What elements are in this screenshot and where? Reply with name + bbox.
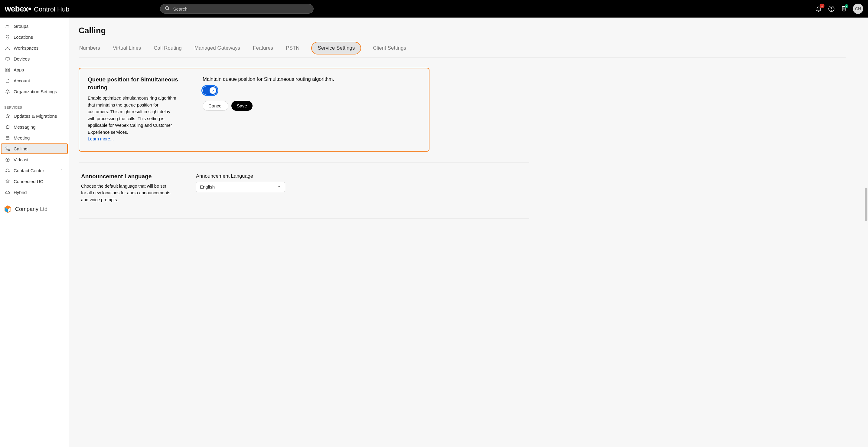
org-switcher[interactable]: Company Ltd <box>0 200 69 218</box>
svg-rect-27 <box>6 171 7 172</box>
svg-marker-26 <box>7 159 8 160</box>
card-description: Enable optimized simultaneous ring algor… <box>88 95 179 142</box>
sidebar-item-label: Contact Center <box>13 168 44 173</box>
company-logo-icon <box>4 205 12 213</box>
sidebar-item-label: Apps <box>13 67 24 72</box>
notification-badge: 1 <box>819 4 825 8</box>
svg-rect-17 <box>6 70 7 72</box>
section-title: Announcement Language <box>81 173 172 180</box>
svg-rect-16 <box>8 68 9 69</box>
check-badge-icon <box>845 4 848 8</box>
page-title: Calling <box>79 26 846 35</box>
company-name: Company Ltd <box>15 206 48 212</box>
users-icon <box>5 24 10 29</box>
sidebar-item-label: Hybrid <box>13 190 27 195</box>
sidebar-item-contact-center[interactable]: Contact Center <box>1 165 68 176</box>
svg-point-9 <box>8 25 9 26</box>
announcement-language-select[interactable]: English <box>196 182 285 192</box>
gear-icon <box>5 89 10 94</box>
svg-rect-28 <box>8 171 9 172</box>
tab-features[interactable]: Features <box>252 42 274 57</box>
sidebar-item-label: Account <box>13 78 30 83</box>
stack-icon <box>5 179 10 184</box>
notifications-button[interactable]: 1 <box>815 5 822 12</box>
brand-mark: webex <box>5 4 31 13</box>
chevron-right-icon <box>60 168 63 173</box>
chat-icon <box>5 125 10 129</box>
queue-position-toggle[interactable] <box>203 86 217 95</box>
sidebar-item-workspaces[interactable]: Workspaces <box>1 43 68 53</box>
svg-point-10 <box>7 36 8 37</box>
user-avatar[interactable]: CH <box>853 4 863 14</box>
sidebar-item-meeting[interactable]: Meeting <box>1 132 68 143</box>
sidebar-item-hybrid[interactable]: Hybrid <box>1 187 68 198</box>
section-divider <box>79 218 529 218</box>
main-scrollbar[interactable] <box>864 18 868 447</box>
svg-point-12 <box>8 47 9 48</box>
sidebar-item-org-settings[interactable]: Organization Settings <box>1 86 68 97</box>
svg-rect-13 <box>6 58 9 60</box>
sidebar-item-label: Connected UC <box>13 179 43 184</box>
learn-more-link[interactable]: Learn more... <box>88 137 114 141</box>
card-title: Queue position for Simultaneous routing <box>88 76 179 91</box>
sidebar-item-groups[interactable]: Groups <box>1 21 68 31</box>
global-search[interactable]: Search <box>160 4 314 13</box>
tab-client-settings[interactable]: Client Settings <box>372 42 407 57</box>
calendar-icon <box>5 136 10 141</box>
settings-tabs: Numbers Virtual Lines Call Routing Manag… <box>79 42 846 58</box>
sidebar-item-label: Devices <box>13 56 30 61</box>
sidebar-item-label: Updates & Migrations <box>13 114 57 119</box>
search-icon <box>164 5 170 12</box>
svg-point-8 <box>6 25 7 26</box>
svg-rect-15 <box>6 68 7 69</box>
help-button[interactable] <box>828 5 835 12</box>
svg-point-19 <box>7 91 8 92</box>
section-divider <box>79 162 529 163</box>
phone-icon <box>5 147 10 151</box>
sidebar-item-locations[interactable]: Locations <box>1 32 68 42</box>
play-icon <box>5 157 10 162</box>
sidebar-item-devices[interactable]: Devices <box>1 54 68 64</box>
scroll-thumb[interactable] <box>865 188 867 221</box>
tab-pstn[interactable]: PSTN <box>285 42 300 57</box>
svg-point-0 <box>165 6 169 10</box>
select-label: Announcement Language <box>196 173 427 179</box>
workspaces-icon <box>5 46 10 51</box>
product-name: Control Hub <box>34 5 69 13</box>
sidebar-item-label: Workspaces <box>13 46 38 51</box>
sidebar-item-label: Groups <box>13 24 28 29</box>
queue-position-card: Queue position for Simultaneous routing … <box>79 68 430 152</box>
header-actions: 1 CH <box>815 4 863 14</box>
announcement-language-section: Announcement Language Choose the default… <box>79 173 430 203</box>
sidebar-item-label: Organization Settings <box>13 89 57 94</box>
sidebar-separator <box>0 100 69 100</box>
sidebar-item-calling[interactable]: Calling <box>1 144 68 154</box>
tab-call-routing[interactable]: Call Routing <box>153 42 182 57</box>
sidebar-item-account[interactable]: Account <box>1 76 68 86</box>
main-content: Calling Numbers Virtual Lines Call Routi… <box>69 18 864 447</box>
sidebar-item-apps[interactable]: Apps <box>1 64 68 75</box>
sidebar-item-vidcast[interactable]: Vidcast <box>1 154 68 165</box>
tab-service-settings[interactable]: Service Settings <box>311 42 361 54</box>
tab-virtual-lines[interactable]: Virtual Lines <box>112 42 142 57</box>
svg-marker-29 <box>6 180 9 182</box>
svg-point-3 <box>831 10 831 10</box>
chevron-down-icon <box>277 184 281 189</box>
tasks-button[interactable] <box>841 6 847 12</box>
sidebar-item-label: Locations <box>13 34 33 40</box>
cloud-icon <box>5 190 10 195</box>
top-header: webex Control Hub Search 1 <box>0 0 868 18</box>
toggle-label: Maintain queue position for Simultaneous… <box>203 76 421 82</box>
tab-managed-gateways[interactable]: Managed Gateways <box>194 42 241 57</box>
brand-logo: webex Control Hub <box>5 4 69 13</box>
select-value: English <box>200 184 215 189</box>
svg-rect-21 <box>6 137 9 140</box>
sidebar-item-messaging[interactable]: Messaging <box>1 122 68 132</box>
sidebar-section-services: SERVICES <box>0 103 69 111</box>
save-button[interactable]: Save <box>231 101 252 111</box>
sidebar-item-updates[interactable]: Updates & Migrations <box>1 111 68 121</box>
section-description: Choose the default language that will be… <box>81 183 172 203</box>
cancel-button[interactable]: Cancel <box>203 101 228 111</box>
sidebar-item-connected-uc[interactable]: Connected UC <box>1 176 68 187</box>
tab-numbers[interactable]: Numbers <box>79 42 101 57</box>
